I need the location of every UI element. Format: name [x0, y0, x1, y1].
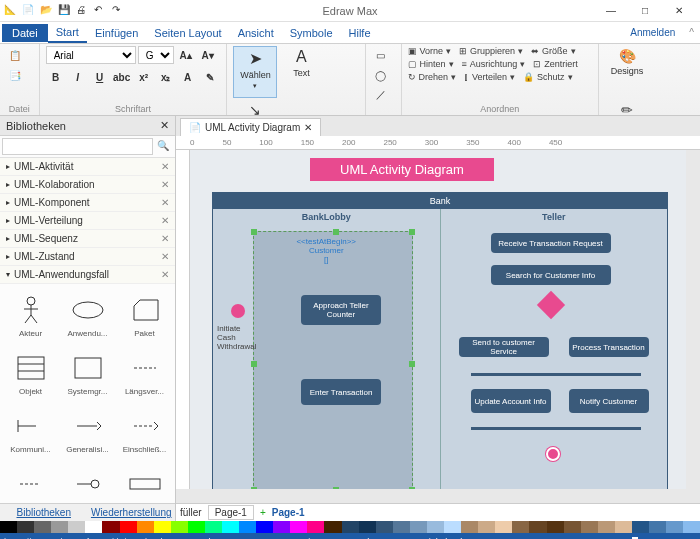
text-tool[interactable]: A Text [279, 46, 323, 98]
swimlane-frame[interactable]: Bank BankLobby <<testAtBegin>>Customer[] [212, 192, 668, 489]
node-enter[interactable]: Enter Transaction [301, 379, 381, 405]
color-swatch[interactable] [342, 521, 359, 533]
search-icon[interactable]: 🔍 [153, 138, 173, 155]
color-swatch[interactable] [120, 521, 137, 533]
tab-layout[interactable]: Seiten Layout [146, 24, 229, 42]
collapse-ribbon-icon[interactable]: ^ [683, 27, 700, 38]
tab-help[interactable]: Hilfe [341, 24, 379, 42]
color-swatch[interactable] [85, 521, 102, 533]
color-swatch[interactable] [461, 521, 478, 533]
shape-line-icon[interactable]: ／ [372, 86, 390, 104]
maximize-button[interactable]: □ [632, 2, 658, 20]
tab-view[interactable]: Ansicht [230, 24, 282, 42]
size-button[interactable]: ⬌ Größe ▾ [531, 46, 576, 56]
color-swatch[interactable] [307, 521, 324, 533]
open-icon[interactable]: 📂 [40, 4, 54, 18]
shape-stencil[interactable]: Systemgr... [59, 344, 116, 402]
send-back-button[interactable]: ▢ Hinten ▾ [408, 59, 454, 69]
font-color-button[interactable]: A [178, 68, 198, 86]
shape-rect-icon[interactable]: ▭ [372, 46, 390, 64]
shape-circle-icon[interactable]: ◯ [372, 66, 390, 84]
color-swatch[interactable] [137, 521, 154, 533]
node-update[interactable]: Update Account Info [471, 389, 551, 413]
color-swatch[interactable] [547, 521, 564, 533]
strike-button[interactable]: abc [112, 68, 132, 86]
font-size-select[interactable]: Größe [138, 46, 174, 64]
tab-start[interactable]: Start [48, 23, 87, 43]
page-tab-1[interactable]: Page-1 [208, 505, 254, 520]
file-menu[interactable]: Datei [2, 24, 48, 42]
color-swatch[interactable] [478, 521, 495, 533]
shape-stencil[interactable]: Objekt [2, 344, 59, 402]
color-swatch[interactable] [495, 521, 512, 533]
bring-front-button[interactable]: ▣ Vorne ▾ [408, 46, 452, 56]
color-swatch[interactable] [154, 521, 171, 533]
select-tool[interactable]: ➤ Wählen▾ [233, 46, 277, 98]
color-swatch[interactable] [324, 521, 341, 533]
node-notify[interactable]: Notify Customer [569, 389, 649, 413]
shape-stencil[interactable]: Anwendu... [59, 286, 116, 344]
shape-stencil[interactable]: Längsver... [116, 344, 173, 402]
color-swatch[interactable] [51, 521, 68, 533]
shape-stencil[interactable]: Kommuni... [2, 402, 59, 460]
color-swatch[interactable] [205, 521, 222, 533]
lib-tab-libraries[interactable]: Bibliotheken [0, 504, 88, 521]
canvas[interactable]: UML Activity Diagram Bank BankLobby [190, 150, 686, 489]
center-button[interactable]: ⊡ Zentriert [533, 59, 578, 69]
shape-stencil[interactable]: Einschließ... [116, 402, 173, 460]
paste-icon[interactable]: 📋 [6, 46, 24, 64]
lib-category[interactable]: ▸UML-Zustand✕ [0, 248, 175, 266]
underline-button[interactable]: U [90, 68, 110, 86]
color-swatch[interactable] [649, 521, 666, 533]
align-button[interactable]: ≡ Ausrichtung ▾ [462, 59, 526, 69]
color-swatch[interactable] [273, 521, 290, 533]
tab-insert[interactable]: Einfügen [87, 24, 146, 42]
start-node[interactable] [231, 304, 245, 318]
color-swatch[interactable] [683, 521, 700, 533]
superscript-button[interactable]: x² [134, 68, 154, 86]
color-swatch[interactable] [581, 521, 598, 533]
highlight-button[interactable]: ✎ [200, 68, 220, 86]
color-swatch[interactable] [410, 521, 427, 533]
color-swatch[interactable] [34, 521, 51, 533]
font-family-select[interactable]: Arial [46, 46, 136, 64]
grow-font-icon[interactable]: A▴ [176, 46, 196, 64]
shape-stencil[interactable]: Generalisi... [59, 402, 116, 460]
bold-button[interactable]: B [46, 68, 66, 86]
color-swatch[interactable] [529, 521, 546, 533]
add-page-button[interactable]: + [260, 507, 266, 518]
color-swatch[interactable] [564, 521, 581, 533]
rotate-button[interactable]: ↻ Drehen ▾ [408, 72, 457, 82]
new-icon[interactable]: 📄 [22, 4, 36, 18]
scrollbar-v[interactable] [686, 150, 700, 489]
page-tab-1b[interactable]: Page-1 [272, 507, 305, 518]
shape-stencil[interactable]: Ausschli... [2, 460, 59, 503]
print-icon[interactable]: 🖨 [76, 4, 90, 18]
designs-button[interactable]: 🎨 Designs [605, 46, 649, 98]
protect-button[interactable]: 🔒 Schutz ▾ [523, 72, 573, 82]
node-process[interactable]: Process Transaction [569, 337, 649, 357]
color-swatch[interactable] [0, 521, 17, 533]
color-swatch[interactable] [632, 521, 649, 533]
lib-search-input[interactable] [2, 138, 153, 155]
color-swatch[interactable] [666, 521, 683, 533]
subscript-button[interactable]: x₂ [156, 68, 176, 86]
color-swatch[interactable] [393, 521, 410, 533]
lib-category[interactable]: ▸UML-Komponent✕ [0, 194, 175, 212]
decision-node[interactable] [536, 291, 564, 319]
lib-close-icon[interactable]: ✕ [160, 119, 169, 132]
color-swatch[interactable] [376, 521, 393, 533]
color-swatch[interactable] [256, 521, 273, 533]
lib-category[interactable]: ▸UML-Kolaboration✕ [0, 176, 175, 194]
fork-bar[interactable] [471, 373, 641, 376]
lib-tab-recovery[interactable]: Wiederherstellung [88, 504, 176, 521]
shape-stencil[interactable]: Akteur [2, 286, 59, 344]
group-button[interactable]: ⊞ Gruppieren ▾ [459, 46, 523, 56]
distribute-button[interactable]: ⫿ Verteilen ▾ [464, 72, 515, 82]
minimize-button[interactable]: — [598, 2, 624, 20]
shape-stencil[interactable]: Schnittstelle [59, 460, 116, 503]
join-bar[interactable] [471, 427, 641, 430]
lib-category[interactable]: ▸UML-Verteilung✕ [0, 212, 175, 230]
color-swatch[interactable] [290, 521, 307, 533]
save-icon[interactable]: 💾 [58, 4, 72, 18]
